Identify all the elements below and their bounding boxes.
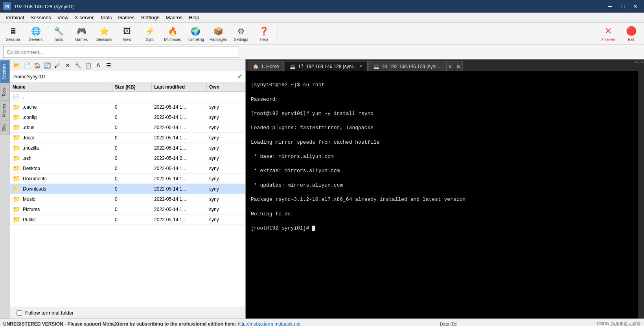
file-row[interactable]: 📁 .mozilla 0 2022-05-14 1... syny xyxy=(10,143,245,153)
file-own-cell: syny xyxy=(207,194,238,204)
vert-tab-sessions[interactable]: Sessions xyxy=(0,60,10,83)
file-row[interactable]: 📁 Downloads 0 2022-05-14 1... syny xyxy=(10,184,245,194)
file-view-toggle[interactable]: ☰ xyxy=(104,61,113,70)
tools-label: Tools xyxy=(54,37,63,42)
window-controls: ─ □ ✕ xyxy=(605,2,641,11)
menu-settings[interactable]: Settings xyxy=(138,13,163,22)
servers-icon: 🌐 xyxy=(30,26,41,37)
file-open-button[interactable]: 📂 xyxy=(12,61,21,70)
tab-17[interactable]: 💻 17. 192.168.146.128 (syni... ✕ xyxy=(285,61,368,71)
tab-home-label: 1. Home xyxy=(261,64,279,69)
packages-label: Packages xyxy=(210,37,227,42)
file-copy-button[interactable]: 📋 xyxy=(83,61,93,70)
tab-18-icon: 💻 xyxy=(374,64,379,69)
file-new-button[interactable]: 📄 xyxy=(22,61,31,70)
file-row[interactable]: 📁 Desktop 0 2022-05-14 1... syny xyxy=(10,163,245,174)
view-button[interactable]: 🖼 View xyxy=(116,24,138,44)
header-size[interactable]: Size (KB) xyxy=(112,82,152,91)
close-button[interactable]: ✕ xyxy=(630,2,641,11)
tab-expand-btn[interactable]: ⊕ xyxy=(446,61,454,71)
term-line-8: * updates: mirrors.aliyun.com xyxy=(251,182,633,189)
file-row[interactable]: 📁 Public 0 2022-05-14 1... syny xyxy=(10,215,245,225)
file-row[interactable]: 📁 .dbus 0 2022-05-14 1... syny xyxy=(10,122,245,133)
menu-terminal[interactable]: Terminal xyxy=(2,13,27,22)
file-row[interactable]: 📁 Music 0 2022-05-14 1... syny xyxy=(10,194,245,204)
file-toolbar: 📂 📄 🏠 🔄 🖊 ✕ 🔧 📋 A ☰ xyxy=(10,59,245,71)
file-row[interactable]: 📁 .local 0 2022-05-14 1... syny xyxy=(10,133,245,143)
file-row[interactable]: 📁 .ssh 0 2022-05-14 2... syny xyxy=(10,153,245,163)
term-line-4: Loaded plugins: fastestmirror, langpacks xyxy=(251,124,633,132)
games-icon: 🎮 xyxy=(76,26,87,37)
tools-button[interactable]: 🔧 Tools xyxy=(48,24,69,44)
help-button[interactable]: ❓ Help xyxy=(253,24,274,44)
file-own-cell: syny xyxy=(207,102,238,112)
status-right: CSDN @原来是大表哥 xyxy=(597,321,641,326)
header-name[interactable]: Name xyxy=(10,82,112,91)
multiexec-button[interactable]: 🔥 MultiExec xyxy=(162,24,183,44)
menu-sessions[interactable]: Sessions xyxy=(27,13,54,22)
quick-connect-bar xyxy=(0,45,644,59)
file-size-cell: 0 xyxy=(112,194,152,204)
file-font-button[interactable]: A xyxy=(94,61,103,70)
tab-home[interactable]: 🏠 1. Home xyxy=(248,61,284,71)
quick-connect-box[interactable] xyxy=(3,46,239,58)
follow-label[interactable]: Follow terminal folder xyxy=(25,310,74,316)
term-line-10: Nothing to do xyxy=(251,211,633,218)
file-props-button[interactable]: 🔧 xyxy=(73,61,83,70)
split-button[interactable]: ⚡ Split xyxy=(139,24,160,44)
quick-connect-input[interactable] xyxy=(7,49,236,55)
header-modified[interactable]: Last modified xyxy=(152,82,207,91)
menu-view[interactable]: View xyxy=(54,13,72,22)
file-delete-button[interactable]: ✕ xyxy=(63,61,72,70)
tab-18[interactable]: 💻 18. 192.168.146.129 (syni... xyxy=(368,61,445,71)
servers-button[interactable]: 🌐 Servers xyxy=(25,24,46,44)
follow-checkbox[interactable] xyxy=(17,310,22,316)
exit-button[interactable]: 🔴 Exit xyxy=(620,24,642,44)
menu-help[interactable]: Help xyxy=(186,13,202,22)
maximize-button[interactable]: □ xyxy=(617,2,628,11)
packages-button[interactable]: 📦 Packages xyxy=(208,24,229,44)
path-input[interactable] xyxy=(13,74,236,80)
folder-icon: 📁 xyxy=(13,185,20,193)
title-bar: M 192.168.146.128 (synyi01) ─ □ ✕ xyxy=(0,0,644,13)
folder-icon: 📁 xyxy=(13,195,20,203)
menu-bar: Terminal Sessions View X server Tools Ga… xyxy=(0,13,644,23)
sessions-icon: ⭐ xyxy=(99,26,110,37)
menu-macros[interactable]: Macros xyxy=(162,13,186,22)
file-edit-button[interactable]: 🖊 xyxy=(53,61,62,70)
menu-games[interactable]: Games xyxy=(115,13,138,22)
file-mod-cell: 2022-05-14 2... xyxy=(152,153,207,163)
follow-bar: Follow terminal folder xyxy=(10,307,245,319)
file-row-parent[interactable]: 📄 .. xyxy=(10,92,245,102)
tunneling-label: Tunneling xyxy=(187,37,204,42)
file-size-cell: 0 xyxy=(112,102,152,112)
session-button[interactable]: 🖥 Session xyxy=(2,24,24,44)
menu-tools[interactable]: Tools xyxy=(97,13,115,22)
terminal-content[interactable]: [synyi01@192 ~]$ su root Password: [root… xyxy=(246,71,638,319)
file-mod-parent xyxy=(152,92,207,102)
file-refresh-button[interactable]: 🔄 xyxy=(42,61,52,70)
file-own-cell: syny xyxy=(207,163,238,173)
settings-button[interactable]: ⚙ Settings xyxy=(230,24,252,44)
file-own-cell: syny xyxy=(207,153,238,163)
vert-tab-macros[interactable]: Macros xyxy=(0,100,10,120)
file-row[interactable]: 📁 Documents 0 2022-05-14 1... syny xyxy=(10,174,245,184)
vert-tab-sftp[interactable]: Sftp xyxy=(0,121,10,135)
tunneling-button[interactable]: 🌍 Tunneling xyxy=(185,24,206,44)
file-row[interactable]: 📁 .cache 0 2022-05-14 1... syny xyxy=(10,102,245,112)
header-owner[interactable]: Own xyxy=(207,82,238,91)
file-home-button[interactable]: 🏠 xyxy=(32,61,42,70)
xserver-button[interactable]: ✕ X server xyxy=(598,24,619,44)
title-bar-left: M 192.168.146.128 (synyi01) xyxy=(3,2,75,10)
file-row[interactable]: 📁 .config 0 2022-05-14 1... syny xyxy=(10,112,245,122)
menu-xserver[interactable]: X server xyxy=(72,13,97,22)
vert-tab-tools[interactable]: Tools xyxy=(0,84,10,100)
minimize-button[interactable]: ─ xyxy=(605,2,616,11)
status-link[interactable]: http://mobaxterm.mobatek.net xyxy=(238,321,300,326)
file-row[interactable]: 📁 Pictures 0 2022-05-14 1... syny xyxy=(10,204,245,215)
sessions-button[interactable]: ⭐ Sessions xyxy=(94,24,115,44)
tab-17-close[interactable]: ✕ xyxy=(359,64,362,69)
help-label: Help xyxy=(260,37,268,42)
games-button[interactable]: 🎮 Games xyxy=(71,24,92,44)
tab-arrow-btn[interactable]: ⊞ xyxy=(455,61,463,71)
